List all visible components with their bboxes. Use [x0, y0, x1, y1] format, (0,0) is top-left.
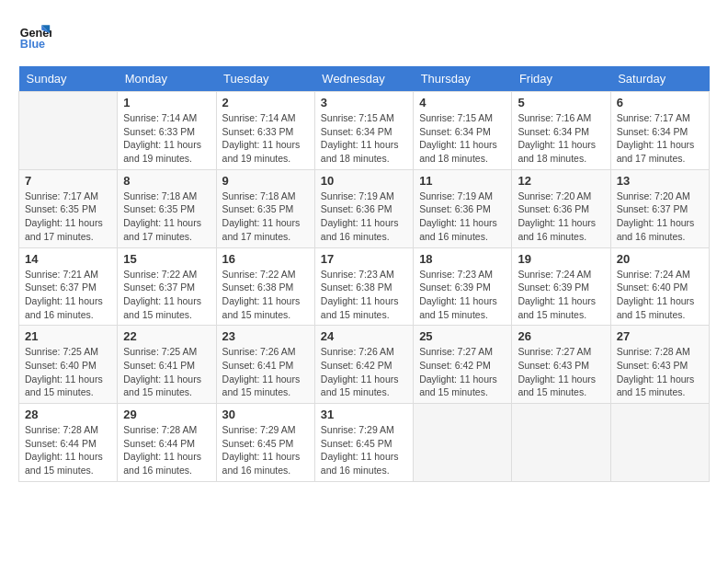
- calendar-cell: [19, 92, 118, 170]
- calendar-cell: 21Sunrise: 7:25 AM Sunset: 6:40 PM Dayli…: [19, 326, 118, 404]
- day-info: Sunrise: 7:24 AM Sunset: 6:40 PM Dayligh…: [617, 268, 703, 322]
- calendar-cell: 5Sunrise: 7:16 AM Sunset: 6:34 PM Daylig…: [512, 92, 610, 170]
- svg-text:Blue: Blue: [20, 38, 45, 51]
- calendar-cell: 20Sunrise: 7:24 AM Sunset: 6:40 PM Dayli…: [610, 247, 709, 326]
- calendar-cell: 30Sunrise: 7:29 AM Sunset: 6:45 PM Dayli…: [216, 404, 314, 482]
- calendar-week-1: 1Sunrise: 7:14 AM Sunset: 6:33 PM Daylig…: [19, 92, 710, 170]
- day-number: 25: [419, 329, 506, 343]
- calendar-cell: 22Sunrise: 7:25 AM Sunset: 6:41 PM Dayli…: [118, 326, 216, 404]
- day-number: 5: [518, 96, 604, 109]
- day-info: Sunrise: 7:20 AM Sunset: 6:37 PM Dayligh…: [617, 190, 703, 244]
- day-number: 22: [123, 329, 210, 343]
- day-number: 1: [123, 96, 210, 109]
- calendar-header-wednesday: Wednesday: [314, 66, 413, 92]
- calendar-cell: 8Sunrise: 7:18 AM Sunset: 6:35 PM Daylig…: [118, 169, 216, 247]
- calendar-cell: 27Sunrise: 7:28 AM Sunset: 6:43 PM Dayli…: [610, 326, 709, 404]
- day-number: 9: [222, 174, 309, 188]
- calendar-cell: 29Sunrise: 7:28 AM Sunset: 6:44 PM Dayli…: [118, 404, 216, 482]
- day-info: Sunrise: 7:26 AM Sunset: 6:41 PM Dayligh…: [222, 345, 309, 399]
- day-info: Sunrise: 7:15 AM Sunset: 6:34 PM Dayligh…: [419, 111, 506, 166]
- day-info: Sunrise: 7:21 AM Sunset: 6:37 PM Dayligh…: [25, 268, 111, 322]
- calendar-cell: 7Sunrise: 7:17 AM Sunset: 6:35 PM Daylig…: [19, 169, 118, 247]
- calendar-cell: [610, 404, 709, 482]
- day-info: Sunrise: 7:19 AM Sunset: 6:36 PM Dayligh…: [419, 190, 506, 244]
- day-number: 28: [25, 408, 111, 421]
- day-number: 7: [25, 174, 111, 188]
- day-info: Sunrise: 7:29 AM Sunset: 6:45 PM Dayligh…: [321, 423, 407, 477]
- day-number: 26: [518, 329, 604, 343]
- calendar-cell: 31Sunrise: 7:29 AM Sunset: 6:45 PM Dayli…: [314, 404, 413, 482]
- day-info: Sunrise: 7:14 AM Sunset: 6:33 PM Dayligh…: [222, 111, 309, 166]
- day-number: 4: [419, 96, 506, 109]
- day-number: 23: [222, 329, 309, 343]
- day-info: Sunrise: 7:28 AM Sunset: 6:44 PM Dayligh…: [123, 423, 210, 477]
- calendar-cell: 17Sunrise: 7:23 AM Sunset: 6:38 PM Dayli…: [314, 247, 413, 326]
- day-number: 12: [518, 174, 604, 188]
- calendar-cell: 23Sunrise: 7:26 AM Sunset: 6:41 PM Dayli…: [216, 326, 314, 404]
- day-info: Sunrise: 7:22 AM Sunset: 6:38 PM Dayligh…: [222, 268, 309, 322]
- calendar-header-saturday: Saturday: [610, 66, 709, 92]
- day-info: Sunrise: 7:28 AM Sunset: 6:43 PM Dayligh…: [617, 345, 703, 399]
- day-info: Sunrise: 7:29 AM Sunset: 6:45 PM Dayligh…: [222, 423, 309, 477]
- day-number: 15: [123, 252, 210, 266]
- calendar-cell: 25Sunrise: 7:27 AM Sunset: 6:42 PM Dayli…: [414, 326, 512, 404]
- day-info: Sunrise: 7:20 AM Sunset: 6:36 PM Dayligh…: [518, 190, 604, 244]
- calendar-header-thursday: Thursday: [414, 66, 512, 92]
- day-info: Sunrise: 7:27 AM Sunset: 6:43 PM Dayligh…: [518, 345, 604, 399]
- calendar-cell: 18Sunrise: 7:23 AM Sunset: 6:39 PM Dayli…: [414, 247, 512, 326]
- day-info: Sunrise: 7:26 AM Sunset: 6:42 PM Dayligh…: [321, 345, 407, 399]
- calendar-week-2: 7Sunrise: 7:17 AM Sunset: 6:35 PM Daylig…: [19, 169, 710, 247]
- day-info: Sunrise: 7:15 AM Sunset: 6:34 PM Dayligh…: [321, 111, 407, 166]
- day-number: 3: [321, 96, 407, 109]
- calendar-header-tuesday: Tuesday: [216, 66, 314, 92]
- day-info: Sunrise: 7:25 AM Sunset: 6:40 PM Dayligh…: [25, 345, 111, 399]
- day-number: 19: [518, 252, 604, 266]
- day-number: 10: [321, 174, 407, 188]
- day-number: 2: [222, 96, 309, 109]
- day-number: 20: [617, 252, 703, 266]
- day-number: 8: [123, 174, 210, 188]
- calendar-cell: 10Sunrise: 7:19 AM Sunset: 6:36 PM Dayli…: [314, 169, 413, 247]
- day-number: 31: [321, 408, 407, 421]
- day-info: Sunrise: 7:14 AM Sunset: 6:33 PM Dayligh…: [123, 111, 210, 166]
- calendar-header-sunday: Sunday: [19, 66, 118, 92]
- day-number: 6: [617, 96, 703, 109]
- calendar-cell: 26Sunrise: 7:27 AM Sunset: 6:43 PM Dayli…: [512, 326, 610, 404]
- day-info: Sunrise: 7:23 AM Sunset: 6:39 PM Dayligh…: [419, 268, 506, 322]
- calendar-cell: 9Sunrise: 7:18 AM Sunset: 6:35 PM Daylig…: [216, 169, 314, 247]
- calendar-header-row: SundayMondayTuesdayWednesdayThursdayFrid…: [19, 66, 710, 92]
- day-number: 16: [222, 252, 309, 266]
- calendar-cell: 13Sunrise: 7:20 AM Sunset: 6:37 PM Dayli…: [610, 169, 709, 247]
- calendar-header-friday: Friday: [512, 66, 610, 92]
- calendar-cell: 4Sunrise: 7:15 AM Sunset: 6:34 PM Daylig…: [414, 92, 512, 170]
- day-info: Sunrise: 7:18 AM Sunset: 6:35 PM Dayligh…: [222, 190, 309, 244]
- day-info: Sunrise: 7:19 AM Sunset: 6:36 PM Dayligh…: [321, 190, 407, 244]
- day-number: 18: [419, 252, 506, 266]
- calendar-cell: [414, 404, 512, 482]
- calendar-cell: 24Sunrise: 7:26 AM Sunset: 6:42 PM Dayli…: [314, 326, 413, 404]
- calendar-week-5: 28Sunrise: 7:28 AM Sunset: 6:44 PM Dayli…: [19, 404, 710, 482]
- day-number: 27: [617, 329, 703, 343]
- calendar-cell: 6Sunrise: 7:17 AM Sunset: 6:34 PM Daylig…: [610, 92, 709, 170]
- calendar-cell: 28Sunrise: 7:28 AM Sunset: 6:44 PM Dayli…: [19, 404, 118, 482]
- day-info: Sunrise: 7:28 AM Sunset: 6:44 PM Dayligh…: [25, 423, 111, 477]
- day-number: 29: [123, 408, 210, 421]
- calendar-table: SundayMondayTuesdayWednesdayThursdayFrid…: [18, 66, 710, 482]
- calendar-cell: 19Sunrise: 7:24 AM Sunset: 6:39 PM Dayli…: [512, 247, 610, 326]
- calendar-cell: 2Sunrise: 7:14 AM Sunset: 6:33 PM Daylig…: [216, 92, 314, 170]
- calendar-week-3: 14Sunrise: 7:21 AM Sunset: 6:37 PM Dayli…: [19, 247, 710, 326]
- calendar-cell: [512, 404, 610, 482]
- calendar-cell: 16Sunrise: 7:22 AM Sunset: 6:38 PM Dayli…: [216, 247, 314, 326]
- day-info: Sunrise: 7:25 AM Sunset: 6:41 PM Dayligh…: [123, 345, 210, 399]
- day-number: 24: [321, 329, 407, 343]
- day-info: Sunrise: 7:22 AM Sunset: 6:37 PM Dayligh…: [123, 268, 210, 322]
- calendar-cell: 14Sunrise: 7:21 AM Sunset: 6:37 PM Dayli…: [19, 247, 118, 326]
- day-info: Sunrise: 7:24 AM Sunset: 6:39 PM Dayligh…: [518, 268, 604, 322]
- logo-icon: General Blue: [18, 18, 51, 52]
- day-info: Sunrise: 7:16 AM Sunset: 6:34 PM Dayligh…: [518, 111, 604, 166]
- day-number: 30: [222, 408, 309, 421]
- day-number: 17: [321, 252, 407, 266]
- day-info: Sunrise: 7:23 AM Sunset: 6:38 PM Dayligh…: [321, 268, 407, 322]
- day-number: 13: [617, 174, 703, 188]
- day-number: 21: [25, 329, 111, 343]
